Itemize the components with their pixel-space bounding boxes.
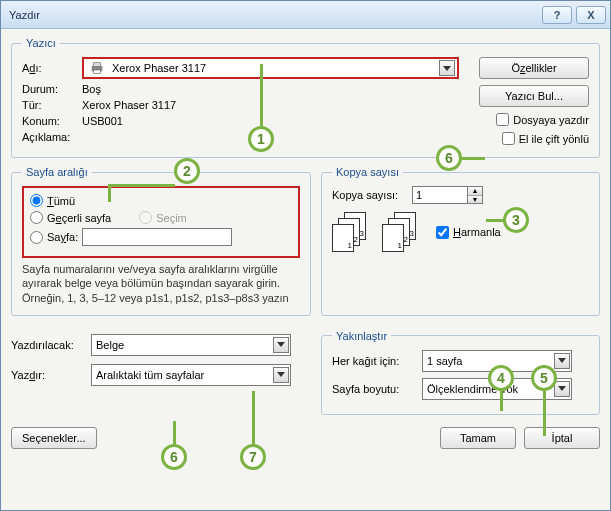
print-value: Aralıktaki tüm sayfalar [96, 369, 204, 381]
printer-name-value: Xerox Phaser 3117 [112, 62, 206, 74]
what-value: Belge [96, 339, 124, 351]
persheet-drop[interactable] [554, 353, 570, 369]
status-label: Durum: [22, 83, 82, 95]
what-drop[interactable] [273, 337, 289, 353]
what-select[interactable]: Belge [91, 334, 291, 356]
zoom-group: Yakınlaştır Her kağıt için: 1 sayfa Sayf… [321, 330, 600, 415]
page-range-legend: Sayfa aralığı [22, 166, 92, 178]
range-pages-input[interactable] [82, 228, 232, 246]
printer-group: Yazıcı Adı: Xerox Phaser 3117 Durum:Boş [11, 37, 600, 158]
spin-down[interactable]: ▼ [468, 196, 482, 204]
persheet-select[interactable]: 1 sayfa [422, 350, 572, 372]
manual-duplex-check[interactable]: El ile çift yönlü [502, 132, 589, 145]
persheet-value: 1 sayfa [427, 355, 462, 367]
copies-group: Kopya sayısı Kopya sayısı: ▲▼ Harmanla [321, 166, 600, 316]
help-button[interactable]: ? [542, 6, 572, 24]
range-selection-label: Seçim [156, 212, 187, 224]
print-drop[interactable] [273, 367, 289, 383]
copies-legend: Kopya sayısı [332, 166, 403, 178]
what-label: Yazdırılacak: [11, 339, 91, 351]
svg-rect-2 [94, 70, 101, 73]
page-range-group: Sayfa aralığı Tümü Geçerli sayfa Seçim S… [11, 166, 311, 316]
collate-check[interactable]: Harmanla [436, 226, 501, 239]
properties-button[interactable]: Özellikler [479, 57, 589, 79]
print-select[interactable]: Aralıktaki tüm sayfalar [91, 364, 291, 386]
printer-icon [88, 60, 106, 76]
printer-name-select[interactable]: Xerox Phaser 3117 [82, 57, 459, 79]
location-value: USB001 [82, 115, 123, 127]
scale-select[interactable]: Ölçeklendirme Yok [422, 378, 572, 400]
zoom-legend: Yakınlaştır [332, 330, 391, 342]
range-current-radio[interactable] [30, 211, 43, 224]
range-selection-radio [139, 211, 152, 224]
collate-icon-2 [382, 212, 416, 252]
scale-value: Ölçeklendirme Yok [427, 383, 518, 395]
printer-name-label: Adı: [22, 62, 82, 74]
persheet-label: Her kağıt için: [332, 355, 422, 367]
range-help-text: Sayfa numaralarını ve/veya sayfa aralıkl… [22, 262, 300, 305]
range-all-radio[interactable] [30, 194, 43, 207]
range-pages-radio[interactable] [30, 231, 43, 244]
copies-count-label: Kopya sayısı: [332, 189, 412, 201]
comment-label: Açıklama: [22, 131, 82, 143]
print-label: Yazdır: [11, 369, 91, 381]
svg-rect-1 [94, 63, 101, 67]
spin-up[interactable]: ▲ [468, 187, 482, 196]
options-button[interactable]: Seçenekler... [11, 427, 97, 449]
status-value: Boş [82, 83, 101, 95]
print-to-file-check[interactable]: Dosyaya yazdır [496, 113, 589, 126]
range-pages-label: Sayfa: [47, 231, 78, 243]
find-printer-button[interactable]: Yazıcı Bul... [479, 85, 589, 107]
scale-drop[interactable] [554, 381, 570, 397]
window-title: Yazdır [5, 9, 538, 21]
printer-legend: Yazıcı [22, 37, 60, 49]
copies-input[interactable] [412, 186, 468, 204]
scale-label: Sayfa boyutu: [332, 383, 422, 395]
location-label: Konum: [22, 115, 82, 127]
copies-spinner[interactable]: ▲▼ [412, 186, 483, 204]
cancel-button[interactable]: İptal [524, 427, 600, 449]
range-current-label: Geçerli sayfa [47, 212, 111, 224]
close-button[interactable]: X [576, 6, 606, 24]
range-all-label: Tümü [47, 195, 75, 207]
printer-name-drop[interactable] [439, 60, 455, 76]
page-range-highlight: Tümü Geçerli sayfa Seçim Sayfa: [22, 186, 300, 258]
type-value: Xerox Phaser 3117 [82, 99, 176, 111]
collate-icon-1 [332, 212, 366, 252]
ok-button[interactable]: Tamam [440, 427, 516, 449]
type-label: Tür: [22, 99, 82, 111]
